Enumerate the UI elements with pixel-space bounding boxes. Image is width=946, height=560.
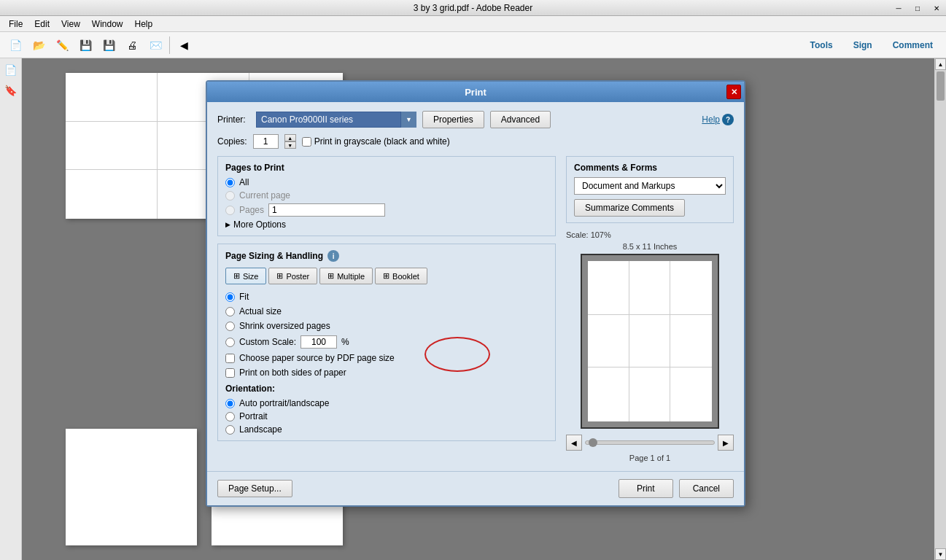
- sizing-tabs: ⊞ Size ⊞ Poster ⊞ Multiple: [225, 268, 548, 284]
- advanced-button[interactable]: Advanced: [490, 111, 551, 128]
- menu-bar: File Edit View Window Help: [0, 16, 946, 32]
- actual-size-radio[interactable]: [225, 307, 235, 316]
- tab-booklet[interactable]: ⊞ Booklet: [375, 268, 427, 284]
- custom-scale-input[interactable]: [301, 335, 337, 349]
- scale-unit: %: [341, 337, 349, 347]
- menu-help[interactable]: Help: [129, 18, 159, 31]
- tab-poster-icon: ⊞: [276, 271, 283, 281]
- copies-label: Copies:: [217, 136, 247, 147]
- shrink-radio[interactable]: [225, 322, 235, 331]
- separator: [169, 36, 170, 54]
- actual-size-row: Actual size: [225, 306, 548, 316]
- comments-select[interactable]: Document and Markups Document Form Field…: [574, 177, 726, 195]
- summarize-comments-button[interactable]: Summarize Comments: [574, 199, 685, 217]
- actual-size-label: Actual size: [239, 306, 282, 316]
- info-icon[interactable]: i: [327, 250, 339, 262]
- tab-poster[interactable]: ⊞ Poster: [268, 268, 317, 284]
- copies-down[interactable]: ▼: [284, 141, 296, 149]
- tab-booklet-icon: ⊞: [383, 271, 389, 281]
- both-sides-checkbox[interactable]: [225, 368, 235, 378]
- tab-multiple[interactable]: ⊞ Multiple: [319, 268, 373, 284]
- preview-section: Scale: 107% 8.5 x 11 Inches: [566, 230, 734, 462]
- toolbar-save[interactable]: 💾: [74, 35, 96, 55]
- pages-current-row: Current page: [225, 190, 548, 201]
- minimize-button[interactable]: ─: [889, 0, 908, 16]
- dialog-close-button[interactable]: ✕: [726, 85, 741, 99]
- properties-button[interactable]: Properties: [422, 111, 484, 128]
- close-button[interactable]: ✕: [927, 0, 946, 16]
- preview-scale: Scale: 107%: [566, 230, 734, 239]
- menu-window[interactable]: Window: [86, 18, 129, 31]
- print-button[interactable]: Print: [619, 479, 673, 498]
- toolbar-back[interactable]: ◀: [173, 35, 195, 55]
- both-sides-row: Print on both sides of paper: [225, 368, 548, 378]
- grayscale-checkbox[interactable]: [302, 137, 311, 147]
- menu-view[interactable]: View: [55, 18, 86, 31]
- print-dialog: Print ✕ Printer: Canon Pro9000II series …: [206, 80, 745, 507]
- dialog-overlay: Print ✕ Printer: Canon Pro9000II series …: [0, 58, 946, 560]
- fit-label: Fit: [239, 292, 249, 302]
- toolbar-print[interactable]: 🖨: [121, 35, 143, 55]
- prev-grid-v1: [629, 261, 629, 421]
- tab-multiple-icon: ⊞: [327, 271, 334, 281]
- auto-orient-radio[interactable]: [225, 399, 235, 408]
- auto-orient-row: Auto portrait/landscape: [225, 398, 548, 408]
- toolbar-save2[interactable]: 💾: [98, 35, 120, 55]
- portrait-row: Portrait: [225, 411, 548, 421]
- window-controls: ─ □ ✕: [889, 0, 946, 16]
- paper-source-row: Choose paper source by PDF page size: [225, 353, 548, 363]
- toolbar-open[interactable]: 📂: [28, 35, 50, 55]
- tab-size[interactable]: ⊞ Size: [225, 268, 266, 284]
- orientation-radio-group: Auto portrait/landscape Portrait Landsca…: [225, 398, 548, 435]
- paper-source-label: Choose paper source by PDF page size: [239, 353, 395, 363]
- preview-box: [581, 254, 719, 429]
- page-setup-button[interactable]: Page Setup...: [217, 480, 292, 497]
- menu-file[interactable]: File: [3, 18, 28, 31]
- tab-booklet-label: Booklet: [392, 272, 419, 281]
- pages-radio-group: All Current page Pages: [225, 177, 548, 217]
- maximize-button[interactable]: □: [908, 0, 927, 16]
- copies-up[interactable]: ▲: [284, 134, 296, 141]
- landscape-row: Landscape: [225, 424, 548, 435]
- sizing-header-label: Page Sizing & Handling: [225, 251, 323, 261]
- pages-input[interactable]: [268, 203, 385, 217]
- help-link[interactable]: Help ?: [702, 114, 734, 125]
- more-options[interactable]: ▶ More Options: [225, 219, 548, 230]
- landscape-radio[interactable]: [225, 425, 235, 435]
- shrink-row: Shrink oversized pages: [225, 321, 548, 331]
- printer-select[interactable]: Canon Pro9000II series: [256, 112, 416, 128]
- menu-edit[interactable]: Edit: [28, 18, 55, 31]
- comment-button[interactable]: Comment: [885, 37, 940, 53]
- nav-track[interactable]: [585, 440, 715, 445]
- dialog-body: Printer: Canon Pro9000II series ▼ Proper…: [207, 102, 744, 471]
- comments-section: Comments & Forms Document and Markups Do…: [566, 156, 734, 223]
- nav-next[interactable]: ▶: [718, 435, 734, 451]
- pages-all-radio[interactable]: [225, 178, 235, 187]
- nav-prev[interactable]: ◀: [566, 435, 582, 451]
- fit-radio[interactable]: [225, 292, 235, 302]
- printer-select-wrapper: Canon Pro9000II series ▼: [256, 112, 416, 128]
- grayscale-label: Print in grayscale (black and white): [314, 136, 450, 147]
- printer-dropdown-arrow[interactable]: ▼: [400, 112, 416, 128]
- prev-grid-v2: [670, 261, 670, 421]
- custom-scale-radio[interactable]: [225, 338, 235, 347]
- nav-thumb: [589, 438, 597, 447]
- pages-custom-radio[interactable]: [225, 206, 235, 215]
- toolbar-edit[interactable]: ✏️: [51, 35, 73, 55]
- pages-current-radio[interactable]: [225, 191, 235, 201]
- cancel-button[interactable]: Cancel: [679, 479, 734, 498]
- copies-spinner: ▲ ▼: [284, 134, 296, 149]
- tools-button[interactable]: Tools: [803, 37, 840, 53]
- fit-row: Fit: [225, 292, 548, 302]
- toolbar-new[interactable]: 📄: [4, 35, 26, 55]
- toolbar-mail[interactable]: ✉️: [144, 35, 166, 55]
- pages-section: Pages to Print All Current page: [217, 156, 556, 236]
- dialog-title: Print: [465, 87, 486, 98]
- sign-button[interactable]: Sign: [846, 37, 880, 53]
- tab-size-label: Size: [243, 272, 258, 281]
- prev-grid-h2: [588, 367, 712, 368]
- paper-source-checkbox[interactable]: [225, 354, 235, 363]
- page-indicator: Page 1 of 1: [566, 454, 734, 462]
- portrait-radio[interactable]: [225, 412, 235, 421]
- copies-input[interactable]: 1: [253, 134, 279, 149]
